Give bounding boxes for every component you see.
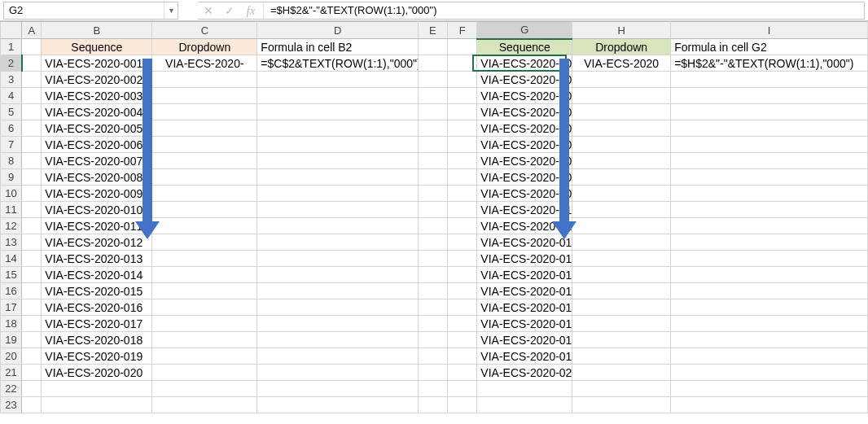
cell-D14[interactable] <box>257 251 418 267</box>
cell-I16[interactable] <box>671 283 868 299</box>
cell-D19[interactable] <box>257 332 418 348</box>
cell-E9[interactable] <box>418 169 447 186</box>
cell-C13[interactable] <box>152 234 257 251</box>
cell-F23[interactable] <box>448 397 477 413</box>
cell-H19[interactable] <box>572 332 671 348</box>
cell-F12[interactable] <box>448 218 477 234</box>
cell-C7[interactable] <box>152 137 257 153</box>
cell-C16[interactable] <box>152 283 257 299</box>
cell-G7[interactable]: VIA-ECS-2020-006 <box>477 137 572 153</box>
cell-F21[interactable] <box>448 365 477 381</box>
row-header[interactable]: 1 <box>1 39 22 55</box>
cell-F14[interactable] <box>448 251 477 267</box>
cell-I1[interactable]: Formula in cell G2 <box>671 39 868 55</box>
select-all-corner[interactable] <box>1 22 22 39</box>
cell-F4[interactable] <box>448 88 477 104</box>
cell-E16[interactable] <box>418 283 447 299</box>
cell-E17[interactable] <box>418 299 447 316</box>
cell-E20[interactable] <box>418 348 447 365</box>
cell-E8[interactable] <box>418 153 447 169</box>
cell-B16[interactable]: VIA-ECS-2020-015 <box>42 283 152 299</box>
row-header[interactable]: 16 <box>1 283 22 299</box>
cell-C2[interactable]: VIA-ECS-2020- <box>152 55 257 72</box>
cell-E23[interactable] <box>418 397 447 413</box>
col-header-D[interactable]: D <box>257 22 418 39</box>
cell-B12[interactable]: VIA-ECS-2020-011 <box>42 218 152 234</box>
cell-H7[interactable] <box>572 137 671 153</box>
cell-B17[interactable]: VIA-ECS-2020-016 <box>42 299 152 316</box>
cell-G12[interactable]: VIA-ECS-2020-011 <box>477 218 572 234</box>
cell-C1[interactable]: Dropdown <box>152 39 257 55</box>
cell-B9[interactable]: VIA-ECS-2020-008 <box>42 169 152 186</box>
cell-B3[interactable]: VIA-ECS-2020-002 <box>42 72 152 88</box>
cell-B10[interactable]: VIA-ECS-2020-009 <box>42 186 152 202</box>
col-header-A[interactable]: A <box>22 22 42 39</box>
cell-B19[interactable]: VIA-ECS-2020-018 <box>42 332 152 348</box>
cell-I3[interactable] <box>671 72 868 88</box>
row-header[interactable]: 5 <box>1 104 22 120</box>
cell-C15[interactable] <box>152 267 257 283</box>
cell-F16[interactable] <box>448 283 477 299</box>
row-header[interactable]: 3 <box>1 72 22 88</box>
cell-C4[interactable] <box>152 88 257 104</box>
cell-I10[interactable] <box>671 186 868 202</box>
cell-I7[interactable] <box>671 137 868 153</box>
cell-B14[interactable]: VIA-ECS-2020-013 <box>42 251 152 267</box>
cell-A9[interactable] <box>22 169 42 186</box>
cell-A20[interactable] <box>22 348 42 365</box>
cell-B4[interactable]: VIA-ECS-2020-003 <box>42 88 152 104</box>
row-header[interactable]: 22 <box>1 381 22 397</box>
cell-E3[interactable] <box>418 72 447 88</box>
col-header-E[interactable]: E <box>418 22 447 39</box>
cell-H16[interactable] <box>572 283 671 299</box>
cell-H5[interactable] <box>572 104 671 120</box>
cell-A7[interactable] <box>22 137 42 153</box>
cell-D18[interactable] <box>257 316 418 332</box>
cell-D13[interactable] <box>257 234 418 251</box>
cell-D16[interactable] <box>257 283 418 299</box>
cell-C10[interactable] <box>152 186 257 202</box>
cell-A11[interactable] <box>22 202 42 218</box>
cell-A14[interactable] <box>22 251 42 267</box>
cell-H12[interactable] <box>572 218 671 234</box>
cell-A12[interactable] <box>22 218 42 234</box>
cell-F2[interactable] <box>448 55 477 72</box>
col-header-H[interactable]: H <box>572 22 671 39</box>
row-header[interactable]: 13 <box>1 234 22 251</box>
cell-D22[interactable] <box>257 381 418 397</box>
cell-F6[interactable] <box>448 120 477 137</box>
col-header-I[interactable]: I <box>671 22 868 39</box>
cell-E13[interactable] <box>418 234 447 251</box>
row-header[interactable]: 4 <box>1 88 22 104</box>
cell-I13[interactable] <box>671 234 868 251</box>
cell-A18[interactable] <box>22 316 42 332</box>
cell-B23[interactable] <box>42 397 152 413</box>
cell-H2[interactable]: VIA-ECS-2020 <box>572 55 671 72</box>
cell-B13[interactable]: VIA-ECS-2020-012 <box>42 234 152 251</box>
col-header-C[interactable]: C <box>152 22 257 39</box>
cell-A1[interactable] <box>22 39 42 55</box>
cell-G20[interactable]: VIA-ECS-2020-019 <box>477 348 572 365</box>
cell-H15[interactable] <box>572 267 671 283</box>
cell-C8[interactable] <box>152 153 257 169</box>
cell-B11[interactable]: VIA-ECS-2020-010 <box>42 202 152 218</box>
name-box-wrap[interactable]: ▾ <box>3 2 178 20</box>
cell-D11[interactable] <box>257 202 418 218</box>
cell-B5[interactable]: VIA-ECS-2020-004 <box>42 104 152 120</box>
cell-B21[interactable]: VIA-ECS-2020-020 <box>42 365 152 381</box>
cell-E6[interactable] <box>418 120 447 137</box>
cell-G11[interactable]: VIA-ECS-2020-010 <box>477 202 572 218</box>
cell-H20[interactable] <box>572 348 671 365</box>
row-header[interactable]: 19 <box>1 332 22 348</box>
cell-C21[interactable] <box>152 365 257 381</box>
cell-I6[interactable] <box>671 120 868 137</box>
cell-H23[interactable] <box>572 397 671 413</box>
row-header[interactable]: 21 <box>1 365 22 381</box>
cell-I18[interactable] <box>671 316 868 332</box>
cell-A8[interactable] <box>22 153 42 169</box>
cell-H1[interactable]: Dropdown <box>572 39 671 55</box>
cell-I9[interactable] <box>671 169 868 186</box>
formula-input[interactable] <box>265 4 864 16</box>
cell-A2[interactable] <box>22 55 42 72</box>
row-header[interactable]: 14 <box>1 251 22 267</box>
